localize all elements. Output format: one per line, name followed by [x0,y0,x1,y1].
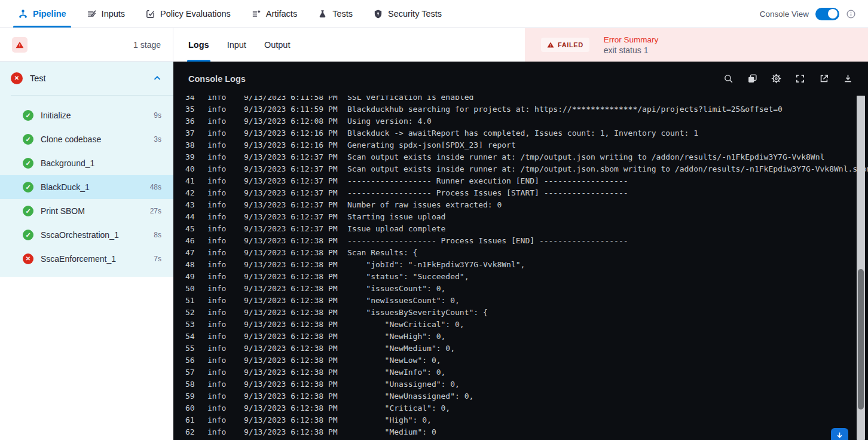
inputs-icon [87,9,97,19]
log-line: 34 info 9/13/2023 6:11:58 PM SSL verific… [173,96,868,103]
log-line-number: 37 [185,127,207,139]
tab-logs[interactable]: Logs [188,28,209,62]
gear-icon[interactable] [771,74,781,84]
scroll-to-bottom-button[interactable] [831,428,848,440]
log-message: "NewHigh": 0, [347,331,868,343]
log-line-number: 56 [185,355,207,366]
log-level: info [207,331,244,343]
step-row[interactable]: Initialize 9s [0,103,173,127]
log-line: 38 info 9/13/2023 6:12:16 PM Generating … [173,139,868,151]
policy-check-icon [145,9,155,19]
log-message: Using version: 4.0 [347,115,868,127]
console-log-area[interactable]: 34 info 9/13/2023 6:11:58 PM SSL verific… [173,96,868,440]
tab-inputs[interactable]: Inputs [87,0,126,28]
log-timestamp: 9/13/2023 6:12:38 PM [244,271,347,283]
step-row[interactable]: Background_1 [0,151,173,175]
log-message: ------------------ Process Issues [START… [347,187,868,199]
log-timestamp: 9/13/2023 6:12:38 PM [244,426,347,438]
tab-logs-label: Logs [188,40,209,50]
execution-header: Logs Input Output FAILED Error Summary e… [173,28,868,62]
step-duration: 8s [154,231,161,239]
log-line-number: 54 [185,331,207,343]
tab-artifacts[interactable]: Artifacts [251,0,297,28]
log-rows: 34 info 9/13/2023 6:11:58 PM SSL verific… [173,96,868,438]
tab-input-label: Input [227,40,246,50]
console-scrollbar[interactable] [857,96,865,440]
stage-summary-bar: 1 stage [0,28,173,62]
log-timestamp: 9/13/2023 6:12:08 PM [244,115,347,127]
log-level: info [207,199,244,211]
top-nav-tabs: Pipeline Inputs Policy Evaluations Artif… [0,0,442,28]
log-line-number: 36 [185,115,207,127]
tab-security-tests-label: Security Tests [388,9,442,19]
console-toolbar [723,74,853,84]
log-timestamp: 9/13/2023 6:12:38 PM [244,378,347,390]
chevron-up-icon[interactable] [152,73,163,84]
log-timestamp: 9/13/2023 6:12:37 PM [244,199,347,211]
tab-input[interactable]: Input [227,28,246,62]
tab-output[interactable]: Output [264,28,291,62]
tab-artifacts-label: Artifacts [266,9,297,19]
tab-policy-evaluations[interactable]: Policy Evaluations [145,0,231,28]
step-status-icon [23,182,33,192]
step-name: BlackDuck_1 [41,182,90,192]
log-line-number: 42 [185,187,207,199]
log-line-number: 45 [185,223,207,235]
log-line-number: 50 [185,283,207,295]
log-line: 48 info 9/13/2023 6:12:38 PM "jobId": "-… [173,259,868,271]
log-message: "High": 0, [347,414,868,426]
tab-pipeline[interactable]: Pipeline [18,0,66,28]
log-line: 49 info 9/13/2023 6:12:38 PM "status": "… [173,271,868,283]
log-line: 39 info 9/13/2023 6:12:37 PM Scan output… [173,151,868,163]
log-line-number: 35 [185,103,207,115]
step-row[interactable]: SscaEnforcement_1 7s [0,247,173,271]
download-icon[interactable] [843,74,853,84]
log-level: info [207,319,244,331]
open-in-new-icon[interactable] [819,74,829,84]
log-message: Scan output exists inside runner at: /tm… [347,151,868,163]
log-message: ------------------ Runner execution [END… [347,175,868,187]
log-level: info [207,271,244,283]
step-row[interactable]: SscaOrchestration_1 8s [0,223,173,247]
log-level: info [207,259,244,271]
step-status-icon [23,110,33,121]
log-level: info [207,96,244,103]
console-panel: Console Logs [173,62,868,440]
log-level: info [207,175,244,187]
pipeline-icon [18,9,28,19]
log-message: "newIssuesCount": 0, [347,295,868,307]
step-row[interactable]: BlackDuck_1 48s [0,175,173,199]
shield-icon [373,9,383,19]
warning-triangle-icon [547,41,554,48]
info-icon[interactable] [846,9,856,19]
tab-pipeline-label: Pipeline [33,9,66,19]
log-line-number: 52 [185,307,207,319]
copy-icon[interactable] [747,74,757,84]
fullscreen-icon[interactable] [795,74,805,84]
log-message: Issue upload complete [347,223,868,235]
search-icon[interactable] [723,74,733,84]
log-level: info [207,426,244,438]
tab-security-tests[interactable]: Security Tests [373,0,442,28]
log-message: "Unassigned": 0, [347,378,868,390]
step-status-icon [23,206,33,216]
scrollbar-thumb[interactable] [858,269,864,410]
log-message: Starting issue upload [347,211,868,223]
step-duration: 7s [154,255,161,263]
step-status-icon [23,230,33,240]
log-line: 37 info 9/13/2023 6:12:16 PM Blackduck -… [173,127,868,139]
log-line: 56 info 9/13/2023 6:12:38 PM "NewLow": 0… [173,355,868,366]
tab-tests[interactable]: Tests [317,0,353,28]
step-status-icon [23,158,33,169]
log-level: info [207,307,244,319]
log-timestamp: 9/13/2023 6:12:38 PM [244,283,347,295]
step-row[interactable]: Clone codebase 3s [0,127,173,151]
error-summary-title: Error Summary [604,35,659,44]
log-level: info [207,247,244,259]
step-row[interactable]: Print SBOM 27s [0,199,173,223]
log-line-number: 60 [185,402,207,414]
log-line-number: 47 [185,247,207,259]
stage-header-test[interactable]: Test [0,62,173,95]
log-message: Generating spdx-json[SPDX_23] report [347,139,868,151]
console-view-toggle[interactable] [815,8,839,20]
